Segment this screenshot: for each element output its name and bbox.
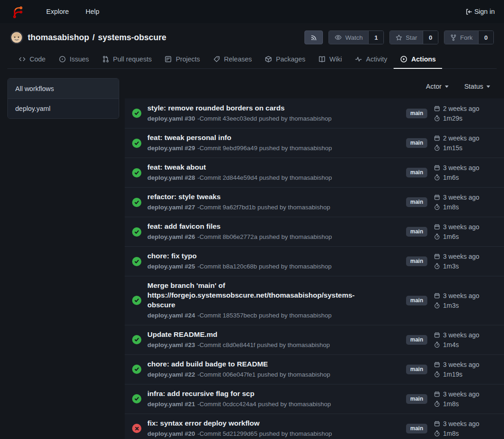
run-title-link[interactable]: feat: tweak about — [147, 163, 374, 172]
watch-button[interactable]: Watch — [329, 31, 368, 44]
run-title-link[interactable]: Merge branch 'main' of https://forgejo.s… — [147, 281, 374, 310]
run-title-link[interactable]: chore: fix typo — [147, 251, 374, 261]
run-title-link[interactable]: feat: tweak personal info — [147, 133, 374, 143]
run-commit-text: -Commit 9ebd996a49 pushed by thomasabish… — [197, 145, 332, 152]
run-ref-link[interactable]: deploy.yaml #24 — [147, 312, 195, 319]
run-title-link[interactable]: Update README.md — [147, 330, 374, 340]
branch-badge[interactable]: main — [406, 256, 427, 266]
tab-issues[interactable]: Issues — [52, 51, 96, 69]
branch-badge[interactable]: main — [406, 394, 427, 404]
run-commit-text: -Commit 5d21299d65 pushed by thomasabish… — [197, 430, 332, 437]
tab-projects-label: Projects — [176, 55, 200, 63]
run-duration-line: 1m4s — [434, 341, 497, 348]
run-date: 3 weeks ago — [443, 420, 480, 427]
run-date-line: 3 weeks ago — [434, 361, 497, 368]
tab-activity-label: Activity — [366, 55, 387, 63]
pulse-icon — [355, 55, 362, 63]
run-duration-line: 1m29s — [434, 115, 497, 122]
actor-filter-dropdown[interactable]: Actor — [426, 83, 449, 90]
success-icon — [132, 198, 141, 207]
rss-button[interactable] — [304, 30, 323, 44]
success-icon — [132, 257, 141, 266]
run-title-link[interactable]: refactor: style tweaks — [147, 192, 374, 202]
run-subtitle: deploy.yaml #29-Commit 9ebd996a49 pushed… — [147, 144, 397, 153]
calendar-icon — [434, 135, 440, 141]
run-title-link[interactable]: fix: syntax error deploy workflow — [147, 419, 374, 428]
run-ref-link[interactable]: deploy.yaml #20 — [147, 430, 195, 437]
tab-pull-requests-label: Pull requests — [113, 55, 152, 63]
tab-projects[interactable]: Projects — [158, 51, 206, 69]
run-duration: 1m8s — [443, 400, 459, 408]
sidebar-item-all-workflows[interactable]: All workflows — [8, 79, 119, 98]
run-date: 3 weeks ago — [443, 390, 480, 398]
run-ref-link[interactable]: deploy.yaml #22 — [147, 371, 195, 378]
run-subtitle: deploy.yaml #21-Commit 0cdcc424a4 pushed… — [147, 400, 397, 409]
forgejo-logo-icon[interactable] — [10, 4, 25, 19]
run-ref-link[interactable]: deploy.yaml #27 — [147, 204, 195, 211]
success-icon — [132, 139, 141, 148]
tab-packages-label: Packages — [276, 55, 305, 63]
tab-code[interactable]: Code — [12, 51, 52, 69]
branch-badge[interactable]: main — [406, 335, 427, 345]
run-ref-link[interactable]: deploy.yaml #21 — [147, 401, 195, 408]
run-meta: 3 weeks ago 1m4s — [434, 331, 497, 348]
watch-label: Watch — [345, 34, 363, 41]
calendar-icon — [434, 253, 440, 260]
branch-badge[interactable]: main — [406, 424, 427, 433]
tag-icon — [213, 55, 220, 63]
run-ref-link[interactable]: deploy.yaml #28 — [147, 174, 195, 181]
repo-breadcrumb: thomasabishop / systems-obscure — [28, 33, 166, 43]
sign-in-button[interactable]: Sign in — [465, 8, 495, 15]
branch-badge[interactable]: main — [406, 296, 427, 305]
stopwatch-icon — [434, 371, 440, 378]
run-title-link[interactable]: style: remove rounded borders on cards — [147, 104, 374, 113]
run-title-link[interactable]: feat: add favicon files — [147, 222, 374, 232]
branch-badge[interactable]: main — [406, 197, 427, 207]
sign-in-icon — [465, 8, 472, 15]
watch-count[interactable]: 1 — [368, 31, 383, 44]
branch-badge[interactable]: main — [406, 109, 427, 118]
branch-badge[interactable]: main — [406, 138, 427, 148]
branch-badge[interactable]: main — [406, 168, 427, 177]
run-ref-link[interactable]: deploy.yaml #29 — [147, 145, 195, 152]
nav-link-explore[interactable]: Explore — [38, 8, 77, 15]
star-button[interactable]: Star — [390, 31, 423, 44]
tab-packages[interactable]: Packages — [258, 51, 312, 69]
run-subtitle: deploy.yaml #22-Commit 006e047fe1 pushed… — [147, 371, 397, 379]
run-summary: fix: syntax error deploy workflow deploy… — [147, 419, 406, 439]
fork-button[interactable]: Fork — [444, 31, 478, 44]
run-ref-link[interactable]: deploy.yaml #26 — [147, 233, 195, 240]
star-icon — [395, 34, 402, 41]
run-ref-link[interactable]: deploy.yaml #25 — [147, 263, 195, 270]
tab-activity[interactable]: Activity — [348, 51, 394, 69]
actor-filter-label: Actor — [426, 83, 442, 90]
repo-name-link[interactable]: systems-obscure — [98, 33, 166, 43]
branch-badge[interactable]: main — [406, 227, 427, 237]
run-date-line: 3 weeks ago — [434, 420, 497, 427]
fork-count[interactable]: 0 — [478, 31, 493, 44]
sidebar-item-deploy-yaml[interactable]: deploy.yaml — [8, 98, 119, 118]
run-duration: 1m4s — [443, 341, 459, 348]
chevron-down-icon — [445, 85, 449, 88]
tab-actions[interactable]: Actions — [394, 51, 442, 69]
run-ref-link[interactable]: deploy.yaml #23 — [147, 341, 195, 348]
run-date-line: 3 weeks ago — [434, 331, 497, 339]
branch-badge[interactable]: main — [406, 365, 427, 374]
run-ref-link[interactable]: deploy.yaml #30 — [147, 115, 195, 122]
run-title-link[interactable]: infra: add recursive flag for scp — [147, 389, 374, 399]
star-count[interactable]: 0 — [423, 31, 438, 44]
tab-wiki[interactable]: Wiki — [312, 51, 348, 69]
status-filter-dropdown[interactable]: Status — [464, 83, 490, 90]
run-date: 3 weeks ago — [443, 164, 480, 171]
run-subtitle: deploy.yaml #20-Commit 5d21299d65 pushed… — [147, 430, 397, 439]
stopwatch-icon — [434, 341, 440, 348]
eye-icon — [334, 34, 342, 41]
run-date-line: 3 weeks ago — [434, 253, 497, 260]
repo-owner-link[interactable]: thomasabishop — [28, 33, 89, 43]
run-commit-text: -Commit 0cdcc424a4 pushed by thomasabish… — [197, 401, 331, 408]
tab-releases[interactable]: Releases — [206, 51, 258, 69]
nav-link-help[interactable]: Help — [77, 8, 108, 15]
run-duration: 1m3s — [443, 262, 459, 270]
run-title-link[interactable]: chore: add build badge to README — [147, 360, 374, 369]
tab-pull-requests[interactable]: Pull requests — [96, 51, 158, 69]
